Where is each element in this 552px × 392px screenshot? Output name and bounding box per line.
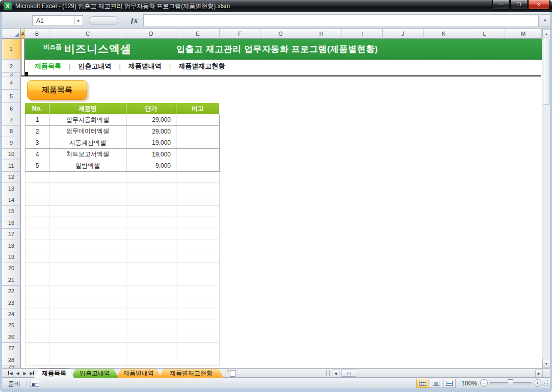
tab-nav-prev-icon[interactable]: ◀ <box>14 370 21 377</box>
row-header-27[interactable]: 27 <box>2 343 21 354</box>
table-row-3-cell-1[interactable]: 3 <box>25 137 49 149</box>
column-header-K[interactable]: K <box>424 29 464 39</box>
empty-cell[interactable] <box>176 251 220 263</box>
empty-cell[interactable] <box>126 217 176 228</box>
table-row-1-cell-1[interactable]: 1 <box>25 114 49 126</box>
table-row-3-cell-3[interactable]: 19,000 <box>126 137 176 149</box>
scroll-down-icon[interactable]: ▼ <box>542 359 550 368</box>
empty-cell[interactable] <box>176 206 220 217</box>
sheet-tab-2[interactable]: 입출고내역 <box>71 369 118 378</box>
column-header-L[interactable]: L <box>464 29 505 39</box>
row-header-19[interactable]: 19 <box>2 251 21 263</box>
row-header-3[interactable]: 3 <box>2 73 21 76</box>
table-row-4-cell-3[interactable]: 19,000 <box>126 149 176 161</box>
empty-cell[interactable] <box>176 240 220 251</box>
row-header-6[interactable]: 6 <box>2 103 21 114</box>
zoom-level[interactable]: 100% <box>455 380 477 387</box>
empty-cell[interactable] <box>49 251 126 263</box>
empty-cell[interactable] <box>49 263 126 274</box>
empty-cell[interactable] <box>176 354 220 365</box>
close-button[interactable]: ✕ <box>528 0 549 10</box>
empty-cell[interactable] <box>126 320 176 331</box>
row-header-10[interactable]: 10 <box>2 149 21 161</box>
empty-cell[interactable] <box>49 297 126 308</box>
empty-cell[interactable] <box>176 308 220 320</box>
empty-cell[interactable] <box>49 286 126 297</box>
row-header-9[interactable]: 9 <box>2 137 21 149</box>
table-row-4-cell-4[interactable] <box>176 149 220 161</box>
row-header-25[interactable]: 25 <box>2 320 21 331</box>
empty-cell[interactable] <box>25 229 49 240</box>
column-header-D[interactable]: D <box>126 29 176 39</box>
row-header-21[interactable]: 21 <box>2 274 21 285</box>
column-header-C[interactable]: C <box>49 29 126 39</box>
tab-split-handle[interactable] <box>326 370 330 376</box>
empty-cell[interactable] <box>25 206 49 217</box>
tab-nav-next-icon[interactable]: ▶ <box>21 370 28 377</box>
empty-cell[interactable] <box>25 331 49 343</box>
empty-cell[interactable] <box>25 308 49 320</box>
table-header-1[interactable]: No. <box>25 103 49 114</box>
empty-cell[interactable] <box>49 331 126 343</box>
sheet-tab-3[interactable]: 제품별내역 <box>116 369 161 378</box>
tab-nav-first-icon[interactable]: ◀ <box>7 370 14 377</box>
row-header-17[interactable]: 17 <box>2 229 21 240</box>
empty-cell[interactable] <box>176 297 220 308</box>
empty-cell[interactable] <box>126 331 176 343</box>
active-cell-a1[interactable] <box>21 39 25 76</box>
vertical-scrollbar[interactable]: ▲ ▼ <box>542 29 550 368</box>
empty-cell[interactable] <box>176 172 220 183</box>
row-header-20[interactable]: 20 <box>2 263 21 274</box>
empty-cell[interactable] <box>25 297 49 308</box>
empty-cell[interactable] <box>25 286 49 297</box>
row-header-11[interactable]: 11 <box>2 160 21 172</box>
hscroll-right-icon[interactable]: ▶ <box>535 370 543 377</box>
table-row-1-cell-3[interactable]: 29,000 <box>126 114 176 126</box>
empty-cell[interactable] <box>49 183 126 194</box>
empty-cell[interactable] <box>49 343 126 354</box>
empty-cell[interactable] <box>25 263 49 274</box>
column-header-A[interactable]: A <box>21 29 25 39</box>
empty-cell[interactable] <box>126 354 176 365</box>
empty-cell[interactable] <box>126 240 176 251</box>
column-header-G[interactable]: G <box>260 29 301 39</box>
macro-record-icon[interactable] <box>31 380 39 387</box>
empty-cell[interactable] <box>25 240 49 251</box>
empty-cell[interactable] <box>176 194 220 205</box>
empty-cell[interactable] <box>176 183 220 194</box>
table-header-2[interactable]: 제품명 <box>49 103 126 114</box>
select-all-corner[interactable] <box>2 29 21 39</box>
hscroll-left-icon[interactable]: ◀ <box>332 370 339 377</box>
table-row-4-cell-2[interactable]: 차트보고서엑셀 <box>49 149 126 161</box>
table-row-2-cell-2[interactable]: 업무데이터엑셀 <box>49 126 126 138</box>
row-header-16[interactable]: 16 <box>2 217 21 228</box>
nav-link-2[interactable]: 입출고내역 <box>78 62 111 71</box>
row-header-8[interactable]: 8 <box>2 126 21 138</box>
excel-app-icon[interactable]: X <box>4 2 12 10</box>
empty-cell[interactable] <box>49 320 126 331</box>
table-row-5-cell-1[interactable]: 5 <box>25 160 49 172</box>
sheet-tab-1[interactable]: 제품목록 <box>34 369 74 378</box>
normal-view-button[interactable] <box>416 379 429 388</box>
name-box[interactable]: A1 ▼ <box>32 15 83 26</box>
row-header-18[interactable]: 18 <box>2 240 21 251</box>
empty-cell[interactable] <box>126 308 176 320</box>
resize-grip[interactable] <box>542 381 549 387</box>
scroll-up-icon[interactable]: ▲ <box>542 29 550 38</box>
table-row-4-cell-1[interactable]: 4 <box>25 149 49 161</box>
vertical-scrollbar-thumb[interactable] <box>543 39 549 105</box>
table-header-4[interactable]: 비고 <box>176 103 220 114</box>
row-header-22[interactable]: 22 <box>2 286 21 297</box>
empty-cell[interactable] <box>49 274 126 285</box>
empty-cell[interactable] <box>49 194 126 205</box>
column-header-I[interactable]: I <box>342 29 383 39</box>
empty-cell[interactable] <box>176 343 220 354</box>
empty-cell[interactable] <box>126 263 176 274</box>
table-row-5-cell-2[interactable]: 일반엑셀 <box>49 160 126 172</box>
nav-link-1[interactable]: 제품목록 <box>35 62 61 71</box>
row-header-5[interactable]: 5 <box>2 90 21 103</box>
table-row-2-cell-1[interactable]: 2 <box>25 126 49 138</box>
table-row-2-cell-3[interactable]: 29,000 <box>126 126 176 138</box>
empty-cell[interactable] <box>176 286 220 297</box>
table-row-3-cell-2[interactable]: 자동계산엑셀 <box>49 137 126 149</box>
